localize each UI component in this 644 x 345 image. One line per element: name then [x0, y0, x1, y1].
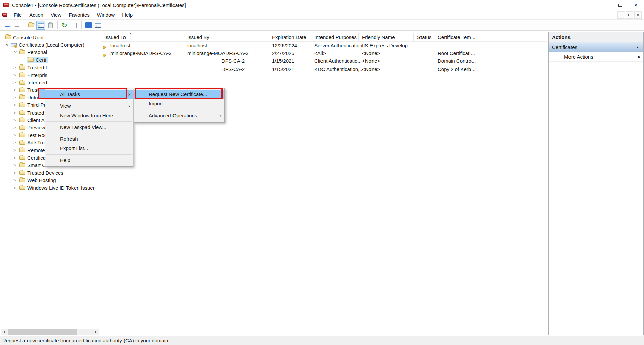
collapsed-chevron-icon[interactable]: > — [12, 133, 19, 138]
collapsed-chevron-icon[interactable]: > — [12, 87, 19, 92]
menu-item-advanced-operations[interactable]: Advanced Operations› — [134, 111, 224, 120]
close-button[interactable]: × — [628, 0, 644, 10]
tree-item-trusted-devices[interactable]: >Trusted Devices — [1, 169, 99, 176]
collapsed-chevron-icon[interactable]: > — [12, 65, 19, 70]
tree-horizontal-scrollbar[interactable]: ◀ ▶ — [1, 329, 99, 335]
tree-item-label: Certificates (Local Computer) — [19, 42, 84, 48]
collapsed-chevron-icon[interactable]: > — [12, 110, 19, 115]
certificate-row[interactable]: miniorange-MOADFS-CA-3miniorange-MOADFS-… — [101, 49, 547, 57]
menu-file[interactable]: File — [10, 10, 26, 20]
column-header-issued-by[interactable]: Issued By — [184, 33, 268, 41]
menu-action[interactable]: Action — [26, 10, 47, 20]
child-minimize-button[interactable] — [617, 11, 625, 19]
scrollbar-track[interactable] — [7, 329, 93, 335]
folder-icon — [19, 50, 25, 54]
annotation-box-all-tasks — [38, 88, 127, 99]
certificate-row[interactable]: localhostlocalhost12/26/2024Server Authe… — [101, 42, 547, 49]
menu-favorites[interactable]: Favorites — [65, 10, 93, 20]
cell-certificate-template: Root Certificati... — [434, 50, 478, 56]
collapsed-chevron-icon[interactable]: > — [12, 80, 19, 85]
help-button[interactable] — [84, 21, 93, 30]
mmc-console-window: Console1 - [Console Root\Certificates (L… — [0, 0, 644, 345]
collapse-arrow-icon[interactable]: ▲ — [636, 45, 639, 49]
more-actions-item[interactable]: More Actions ▶ — [549, 52, 643, 62]
paste-button[interactable] — [46, 21, 55, 30]
collapsed-chevron-icon[interactable]: > — [12, 178, 19, 183]
column-header-friendly-name[interactable]: Friendly Name — [359, 33, 414, 41]
expanded-chevron-icon[interactable]: > — [5, 42, 10, 48]
tree-item-content: Trusted I — [19, 64, 48, 71]
tree-item-label: Enterpris — [27, 72, 47, 78]
menu-item-import-[interactable]: Import... — [134, 99, 224, 109]
help-icon — [85, 22, 92, 28]
actions-section-certificates[interactable]: Certificates ▲ — [549, 42, 643, 52]
cell-certificate-template: Copy 2 of Kerb... — [434, 66, 478, 72]
tree-item-certi[interactable]: >Certi — [1, 56, 99, 63]
actions-pane-title: Actions — [549, 32, 643, 42]
tree-item-certificates-local-computer-[interactable]: >Certificates (Local Computer) — [1, 41, 99, 48]
certificate-row[interactable]: DFS-CA-21/15/2021Client Authenticatio...… — [101, 57, 547, 65]
column-header-expiration-date[interactable]: Expiration Date — [268, 33, 311, 41]
folder-icon — [19, 141, 25, 145]
folder-icon — [19, 171, 25, 175]
menu-item-export-list-[interactable]: Export List... — [45, 144, 133, 153]
column-header-issued-to[interactable]: ∧Issued To — [101, 33, 184, 41]
collapsed-chevron-icon[interactable]: > — [12, 163, 19, 168]
child-close-button[interactable]: × — [634, 11, 642, 19]
export-list-button[interactable] — [70, 21, 79, 30]
collapsed-chevron-icon[interactable]: > — [12, 185, 19, 190]
tree-item-web-hosting[interactable]: >Web Hosting — [1, 176, 99, 184]
new-window-icon — [95, 23, 101, 28]
collapsed-chevron-icon[interactable]: > — [12, 170, 19, 175]
refresh-button[interactable] — [60, 21, 69, 30]
up-one-level-button[interactable]: ↑ — [27, 21, 36, 30]
tree-item-label: Trusted I — [27, 64, 47, 70]
collapsed-chevron-icon[interactable]: > — [12, 118, 19, 123]
collapsed-chevron-icon[interactable]: > — [12, 155, 19, 160]
back-arrow-button[interactable] — [3, 21, 12, 30]
menu-item-help[interactable]: Help — [45, 156, 133, 165]
tree-item-personal[interactable]: >Personal — [1, 49, 99, 56]
new-window-button[interactable] — [94, 21, 103, 30]
menu-item-new-window-from-here[interactable]: New Window from Here — [45, 111, 133, 120]
tree-item-intermed[interactable]: >Intermed — [1, 79, 99, 86]
collapsed-chevron-icon[interactable]: > — [12, 148, 19, 153]
menu-item-new-taskpad-view-[interactable]: New Taskpad View... — [45, 123, 133, 132]
tree-item-windows-live-id-token-issuer[interactable]: >Windows Live ID Token Issuer — [1, 184, 99, 191]
tree-item-content: Console Root — [5, 34, 45, 41]
show-console-tree-button[interactable] — [36, 21, 45, 30]
child-restore-button[interactable] — [626, 11, 633, 19]
collapsed-chevron-icon[interactable]: > — [12, 125, 19, 130]
scrollbar-thumb[interactable] — [8, 329, 77, 335]
menu-item-refresh[interactable]: Refresh — [45, 134, 133, 144]
menu-view[interactable]: View — [47, 10, 65, 20]
tree-item-content: Third-Pa — [19, 102, 48, 108]
column-header-intended-purposes[interactable]: Intended Purposes — [311, 33, 359, 41]
column-header-certificate-tem-[interactable]: Certificate Tem... — [434, 33, 478, 41]
folder-icon — [19, 178, 25, 182]
tree-item-trusted-i[interactable]: >Trusted I — [1, 64, 99, 71]
menu-help[interactable]: Help — [118, 10, 136, 20]
expanded-chevron-icon[interactable]: > — [13, 49, 18, 55]
collapsed-chevron-icon[interactable]: > — [12, 95, 19, 100]
collapsed-chevron-icon[interactable]: > — [12, 140, 19, 145]
certificate-row[interactable]: DFS-CA-21/15/2021KDC Authentication,...<… — [101, 65, 547, 73]
column-header-status[interactable]: Status — [414, 33, 434, 41]
sort-ascending-icon: ∧ — [129, 33, 132, 36]
tree-item-label: Test Roo — [27, 132, 47, 138]
scroll-right-arrow-icon[interactable]: ▶ — [93, 329, 99, 335]
mmc-toolbox-icon — [3, 3, 9, 7]
close-icon: × — [637, 13, 639, 17]
collapsed-chevron-icon[interactable]: > — [12, 102, 19, 107]
tree-item-console-root[interactable]: Console Root — [1, 34, 99, 41]
tree-item-label: Preview — [27, 125, 45, 130]
forward-arrow-button[interactable] — [12, 21, 21, 30]
tree-item-enterpris[interactable]: >Enterpris — [1, 71, 99, 79]
minimize-button[interactable] — [596, 0, 612, 10]
menu-item-view[interactable]: View› — [45, 101, 133, 111]
scroll-left-arrow-icon[interactable]: ◀ — [1, 329, 7, 335]
maximize-button[interactable] — [612, 0, 628, 10]
folder-icon — [19, 186, 25, 190]
menu-window[interactable]: Window — [93, 10, 118, 20]
collapsed-chevron-icon[interactable]: > — [12, 73, 19, 78]
